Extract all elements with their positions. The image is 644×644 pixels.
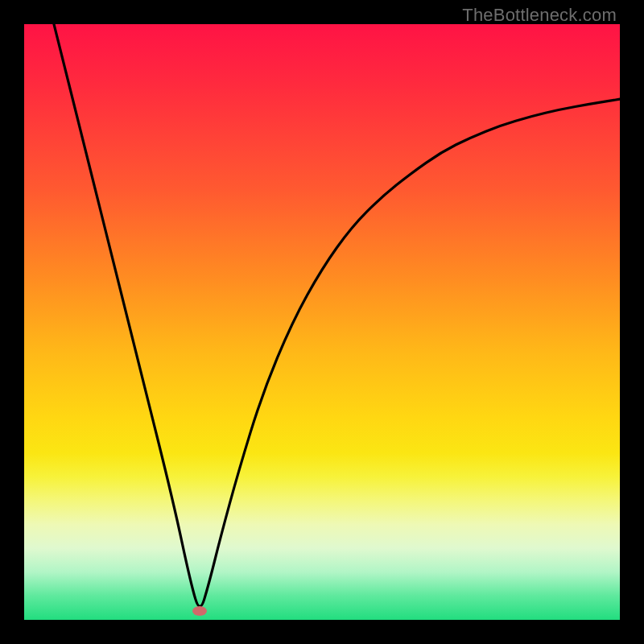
vertex-marker bbox=[192, 606, 207, 616]
plot-area bbox=[24, 24, 620, 620]
watermark-text: TheBottleneck.com bbox=[462, 5, 617, 26]
chart-frame: TheBottleneck.com bbox=[0, 0, 644, 644]
chart-curve bbox=[24, 24, 620, 620]
curve-path bbox=[54, 24, 620, 606]
